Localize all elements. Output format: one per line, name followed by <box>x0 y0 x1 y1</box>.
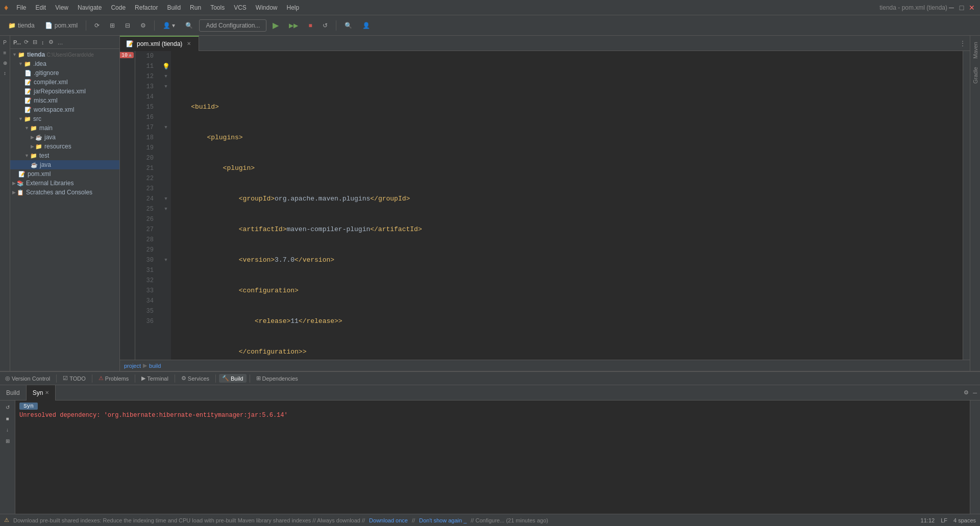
find-tool-button[interactable]: ↕ <box>1 68 10 78</box>
editor-scrollbar[interactable] <box>963 51 970 360</box>
tree-workspace-xml[interactable]: 📝 workspace.xml <box>10 105 119 114</box>
build-tab[interactable]: Build <box>0 385 27 400</box>
todo-btn[interactable]: ☑ TODO <box>60 374 89 383</box>
gutter-23 <box>161 184 171 194</box>
line-num-14: 14 <box>135 92 157 102</box>
error-count-label: 10 <box>121 53 128 58</box>
add-configuration-button[interactable]: Add Configuration... <box>199 19 266 32</box>
structure-tool-button[interactable]: ≡ <box>1 48 10 57</box>
maven-tab[interactable]: Maven <box>971 38 979 63</box>
analyze-button[interactable]: 🔍 <box>181 20 197 31</box>
code-editor[interactable]: ⚠ 10 ▲ 10 11 12 13 14 15 16 17 18 19 20 … <box>120 51 970 360</box>
services-btn[interactable]: ⚙ Services <box>178 374 212 383</box>
build-rerun-btn[interactable]: ↺ <box>3 403 12 412</box>
expand-button[interactable]: ⊞ <box>106 20 119 31</box>
tree-external-libs[interactable]: ▶ 📚 External Libraries <box>10 179 119 188</box>
minimize-button[interactable]: ─ <box>947 4 955 12</box>
tree-compiler-xml[interactable]: 📝 compiler.xml <box>10 78 119 87</box>
version-control-btn[interactable]: ◎ Version Control <box>2 374 53 383</box>
tree-scratches[interactable]: ▶ 📋 Scratches and Consoles <box>10 188 119 197</box>
sync-tab-close[interactable]: ✕ <box>45 390 49 395</box>
warning-bulb-icon[interactable]: 💡 <box>162 63 170 70</box>
tree-pom-xml[interactable]: 📝 pom.xml <box>10 169 119 179</box>
build-expand-btn[interactable]: ⊞ <box>3 436 12 445</box>
project-dropdown[interactable]: 📁 tienda <box>4 20 39 31</box>
panel-collapse-btn[interactable]: ⊟ <box>32 38 38 46</box>
panel-expand-btn[interactable]: ↕ <box>40 38 45 46</box>
tree-root[interactable]: ▼ 📁 tienda C:\Users\Gerardo\de <box>10 50 119 59</box>
tree-main-java[interactable]: ▶ ☕ java <box>10 133 119 142</box>
sync-button[interactable]: ⟳ <box>90 20 104 31</box>
rerun-button[interactable]: ↺ <box>318 20 332 31</box>
left-tool-strip: P ≡ ⊕ ↕ <box>0 36 10 371</box>
dependencies-btn[interactable]: ⊞ Dependencies <box>253 374 301 383</box>
menu-tools[interactable]: Tools <box>206 3 229 12</box>
menu-view[interactable]: View <box>51 3 72 12</box>
tab-close-button[interactable]: ✕ <box>185 40 192 47</box>
panel-sync-btn[interactable]: ⟳ <box>23 38 30 46</box>
avatar-button[interactable]: 👤 <box>358 20 374 31</box>
menu-refactor[interactable]: Refactor <box>131 3 162 12</box>
file-dropdown[interactable]: 📄 pom.xml <box>41 20 82 31</box>
code-content[interactable]: <build> <plugins> <plugin> <groupId>org.… <box>171 51 963 360</box>
menu-navigate[interactable]: Navigate <box>74 3 106 12</box>
breadcrumb-project[interactable]: project <box>124 363 141 369</box>
editor-tab-pom[interactable]: 📝 pom.xml (tienda) ✕ <box>120 36 199 51</box>
sync-icon: ⟳ <box>94 22 100 29</box>
menu-file[interactable]: File <box>12 3 30 12</box>
tree-test-java[interactable]: ☕ java <box>10 160 119 169</box>
tree-idea-folder[interactable]: ▼ 📁 .idea <box>10 59 119 68</box>
menu-help[interactable]: Help <box>283 3 304 12</box>
breadcrumb-build[interactable]: build <box>149 363 161 369</box>
menu-run[interactable]: Run <box>186 3 205 12</box>
tab-overflow-button[interactable]: ⋮ <box>955 40 970 47</box>
tree-main-folder[interactable]: ▼ 📁 main <box>10 123 119 133</box>
tree-gitignore[interactable]: 📄 .gitignore <box>10 68 119 78</box>
settings-button[interactable]: ⚙ <box>136 20 150 31</box>
tree-root-label: tienda C:\Users\Gerardo\de <box>27 51 94 58</box>
maximize-button[interactable]: □ <box>958 4 966 12</box>
menu-vcs[interactable]: VCS <box>230 3 251 12</box>
gutter-13[interactable]: ▼ <box>161 82 171 92</box>
project-tool-button[interactable]: P <box>1 38 10 47</box>
menu-window[interactable]: Window <box>252 3 282 12</box>
bottom-settings-btn[interactable]: ⚙ <box>963 388 970 397</box>
gutter-17[interactable]: ▼ <box>161 122 171 133</box>
gutter-11[interactable]: 💡 <box>161 61 171 71</box>
build-scroll-end-btn[interactable]: ↓ <box>3 425 12 434</box>
problems-icon: ⚠ <box>99 375 104 382</box>
gutter-30[interactable]: ▼ <box>161 255 171 265</box>
gutter-35 <box>161 306 171 316</box>
problems-btn[interactable]: ⚠ Problems <box>95 374 132 383</box>
download-once-link[interactable]: Download once <box>369 517 408 523</box>
panel-more-btn[interactable]: … <box>57 38 64 46</box>
sync-tab[interactable]: Syn ✕ <box>27 385 56 400</box>
menu-edit[interactable]: Edit <box>32 3 51 12</box>
run-button[interactable]: ▶ <box>268 18 283 32</box>
build-btn[interactable]: 🔨 Build <box>219 374 246 383</box>
menu-build[interactable]: Build <box>163 3 185 12</box>
profile-button[interactable]: 👤 ▾ <box>159 20 179 31</box>
search-everywhere-button[interactable]: 🔍 <box>340 20 356 31</box>
gradle-tab[interactable]: Gradle <box>971 63 979 88</box>
tree-main-resources[interactable]: ▶ 📁 resources <box>10 142 119 151</box>
bottom-minimize-btn[interactable]: ─ <box>972 389 978 397</box>
dont-show-again-link[interactable]: Don't show again _ <box>419 517 467 523</box>
menu-code[interactable]: Code <box>107 3 130 12</box>
gutter-24[interactable]: ▼ <box>161 194 171 204</box>
terminal-btn[interactable]: ▶ Terminal <box>138 374 172 383</box>
tree-src-folder[interactable]: ▼ 📁 src <box>10 114 119 123</box>
tree-misc-xml[interactable]: 📝 misc.xml <box>10 96 119 105</box>
bookmarks-tool-button[interactable]: ⊕ <box>1 58 10 67</box>
tree-test-folder[interactable]: ▼ 📁 test <box>10 151 119 160</box>
gutter-12[interactable]: ▼ <box>161 71 171 82</box>
stop-button[interactable]: ■ <box>304 20 316 31</box>
build-stop-btn[interactable]: ■ <box>3 414 12 423</box>
close-button[interactable]: ✕ <box>968 4 976 12</box>
tree-jar-xml[interactable]: 📝 jarRepositories.xml <box>10 87 119 96</box>
gutter-25[interactable]: ▼ <box>161 204 171 214</box>
panel-settings-btn[interactable]: ⚙ <box>47 38 55 46</box>
profile-run-button[interactable]: ▶▶ <box>285 20 302 31</box>
collapse-button[interactable]: ⊟ <box>121 20 134 31</box>
tab-xml-icon: 📝 <box>126 40 134 47</box>
